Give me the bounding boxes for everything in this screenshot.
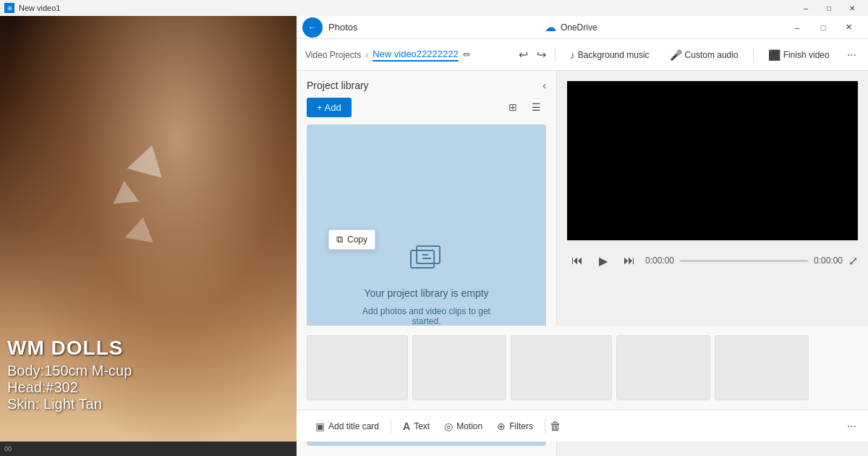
preview-video-area: [567, 81, 858, 240]
finish-icon: ⬛: [768, 49, 780, 61]
timeline-clip-1[interactable]: [307, 335, 408, 400]
photos-app-title: Photos: [328, 22, 357, 33]
breadcrumb-parent[interactable]: Video Projects: [305, 50, 361, 60]
photos-titlebar-left: ← Photos: [302, 17, 357, 38]
photos-back-button[interactable]: ←: [302, 17, 323, 38]
onedrive-icon: ☁: [545, 20, 556, 34]
copy-tooltip-icon: ⧉: [336, 234, 343, 245]
text-button[interactable]: A Text: [396, 416, 437, 436]
copy-tooltip: ⧉ Copy: [328, 229, 375, 250]
close-button[interactable]: ✕: [841, 0, 864, 16]
filters-icon: ⊕: [497, 421, 506, 432]
time-end: 0:00:00: [814, 256, 843, 266]
undo-icon[interactable]: ↩: [519, 48, 528, 62]
wm-dolls-body: Body:150cm M-cup: [7, 363, 132, 379]
delete-button[interactable]: 🗑: [550, 420, 561, 433]
toolbar-sep-1: [555, 48, 556, 62]
toolbar-more-button[interactable]: ···: [844, 46, 859, 64]
empty-library-subtitle: Add photos and video clips to get starte…: [347, 306, 506, 326]
bottom-more-button[interactable]: ···: [847, 420, 856, 433]
title-bar-left: ⊞ New video1: [4, 3, 60, 13]
motion-icon: ◎: [444, 421, 453, 432]
play-button[interactable]: ▶: [593, 250, 613, 271]
empty-library-icon: [409, 245, 444, 280]
timeline-clip-5[interactable]: [715, 335, 809, 400]
progress-bar[interactable]: [680, 260, 808, 262]
motion-button[interactable]: ◎ Motion: [437, 416, 490, 436]
triangle-decoration-2: [111, 180, 139, 203]
background-video-area: WM DOLLS Body:150cm M-cup Head:#302 Skin…: [0, 0, 297, 456]
redo-icon[interactable]: ↪: [537, 48, 546, 62]
add-media-button[interactable]: + Add: [307, 98, 352, 117]
add-title-card-icon: ▣: [315, 421, 325, 432]
library-title: Project library: [307, 80, 369, 91]
windows-title-bar: ⊞ New video1 – □ ✕: [0, 0, 868, 16]
minimize-button[interactable]: –: [794, 0, 817, 16]
photos-win-controls: – □ ✕: [784, 16, 862, 39]
fast-forward-button[interactable]: ⏭: [619, 250, 639, 271]
custom-audio-button[interactable]: 🎤 Custom audio: [664, 46, 744, 64]
wm-dolls-skin: Skin: Light Tan: [7, 396, 132, 413]
list-view-button[interactable]: ☰: [526, 97, 546, 117]
edit-pencil-icon[interactable]: ✏: [463, 49, 471, 60]
timeline-area: [297, 326, 868, 410]
toolbar-sep-2: [753, 48, 754, 62]
breadcrumb-area: Video Projects › New video22222222 ✏: [305, 48, 510, 62]
empty-library-title: Your project library is empty: [364, 287, 488, 299]
view-toggle: ⊞ ☰: [503, 97, 546, 117]
maximize-button[interactable]: □: [817, 0, 841, 16]
expand-button[interactable]: ⤢: [848, 254, 858, 268]
text-icon: A: [403, 421, 410, 432]
copy-tooltip-label: Copy: [347, 235, 367, 245]
music-icon: ♪: [570, 49, 575, 61]
windows-icon: ⊞: [4, 3, 14, 13]
grid-view-button[interactable]: ⊞: [503, 97, 523, 117]
taskbar-bottom-strip: 00: [0, 442, 297, 456]
wm-dolls-overlay: WM DOLLS Body:150cm M-cup Head:#302 Skin…: [7, 337, 132, 413]
library-header: Project library ‹: [297, 71, 556, 97]
audio-icon: 🎤: [670, 49, 682, 61]
title-bar-controls: – □ ✕: [794, 0, 864, 16]
library-collapse-button[interactable]: ‹: [542, 80, 546, 91]
breadcrumb-current[interactable]: New video22222222: [373, 48, 459, 62]
onedrive-label: OneDrive: [561, 22, 597, 33]
timeline-clip-3[interactable]: [511, 335, 612, 400]
photos-minimize-button[interactable]: –: [784, 16, 810, 39]
window-title: New video1: [19, 4, 60, 12]
photos-close-button[interactable]: ✕: [836, 16, 862, 39]
library-controls: + Add ⊞ ☰: [297, 97, 556, 124]
taskbar-time: 00: [4, 445, 12, 452]
add-title-card-button[interactable]: ▣ Add title card: [308, 416, 386, 436]
timeline-clip-2[interactable]: [412, 335, 506, 400]
bottom-sep-2: [545, 419, 545, 434]
timeline-clip-4[interactable]: [616, 335, 710, 400]
filters-button[interactable]: ⊕ Filters: [490, 416, 540, 436]
video-controls: ⏮ ▶ ⏭ 0:00:00 0:00:00 ⤢: [557, 246, 868, 275]
triangle-decoration-3: [125, 215, 158, 242]
background-music-button[interactable]: ♪ Background music: [564, 46, 655, 64]
photos-titlebar: ← Photos ☁ OneDrive – □ ✕: [297, 16, 868, 39]
breadcrumb-separator: ›: [365, 50, 368, 60]
bottom-sep-1: [391, 419, 391, 434]
wm-dolls-brand: WM DOLLS: [7, 337, 132, 360]
bottom-toolbar: ▣ Add title card A Text ◎ Motion ⊕ Filte…: [297, 410, 868, 442]
time-start: 0:00:00: [645, 256, 674, 266]
wm-dolls-head: Head:#302: [7, 379, 132, 396]
photos-toolbar: Video Projects › New video22222222 ✏ ↩ ↪…: [297, 39, 868, 71]
rewind-button[interactable]: ⏮: [567, 250, 587, 271]
finish-video-button[interactable]: ⬛ Finish video: [762, 46, 835, 64]
photos-maximize-button[interactable]: □: [810, 16, 836, 39]
onedrive-area: ☁ OneDrive: [545, 20, 597, 34]
